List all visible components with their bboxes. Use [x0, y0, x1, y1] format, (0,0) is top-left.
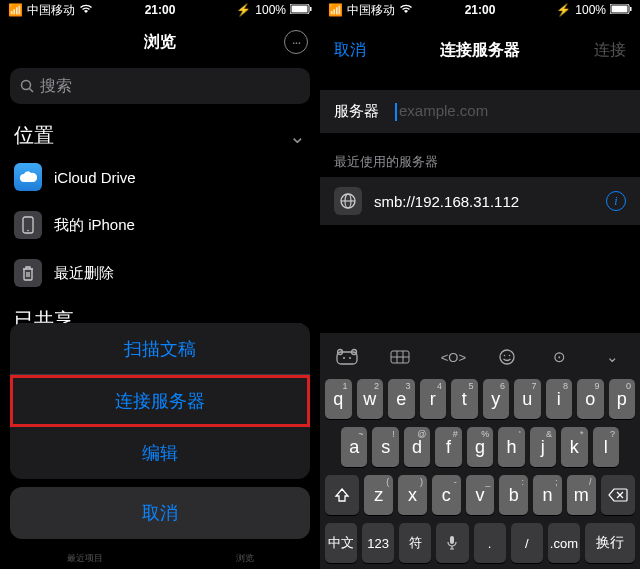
edit-button[interactable]: 编辑	[10, 427, 310, 479]
key-m[interactable]: m/	[567, 475, 596, 515]
key-t[interactable]: t5	[451, 379, 478, 419]
list-item-icloud[interactable]: iCloud Drive	[0, 153, 320, 201]
modal-title: 连接服务器	[440, 40, 520, 61]
svg-rect-27	[450, 536, 454, 544]
keyboard-toolbar: <O> ⊙ ⌄	[323, 337, 637, 379]
key-h[interactable]: h'	[498, 427, 524, 467]
modal-nav: 取消 连接服务器 连接	[320, 28, 640, 72]
chevron-down-icon: ⌄	[289, 124, 306, 148]
key-delete[interactable]	[601, 475, 635, 515]
kb-tool-code[interactable]: <O>	[435, 343, 471, 371]
signal-icon: 📶	[328, 3, 343, 17]
connect-server-button[interactable]: 连接服务器	[10, 375, 310, 427]
key-dot[interactable]: .	[474, 523, 506, 563]
list-label: 我的 iPhone	[54, 216, 135, 235]
svg-point-24	[500, 350, 514, 364]
key-p[interactable]: p0	[609, 379, 636, 419]
right-screen: 📶 中国移动 21:00 ⚡ 100% 取消 连接服务器 连接 服务器 exam…	[320, 0, 640, 569]
time: 21:00	[145, 3, 176, 17]
cancel-button[interactable]: 取消	[334, 40, 366, 61]
location-list: iCloud Drive 我的 iPhone 最近删除	[0, 153, 320, 297]
cloud-icon	[14, 163, 42, 191]
svg-point-26	[508, 355, 510, 357]
key-n[interactable]: n;	[533, 475, 562, 515]
svg-line-4	[30, 89, 34, 93]
svg-point-19	[349, 357, 351, 359]
search-input[interactable]: 搜索	[10, 68, 310, 104]
svg-rect-1	[292, 6, 308, 13]
tab-browse[interactable]: 浏览	[236, 552, 254, 565]
key-e[interactable]: e3	[388, 379, 415, 419]
battery-pct: 100%	[255, 3, 286, 17]
kb-tool-dot[interactable]: ⊙	[542, 343, 578, 371]
left-screen: 📶 中国移动 21:00 ⚡ 100% 浏览 ··· 搜索 位置 ⌄	[0, 0, 320, 569]
phone-icon	[14, 211, 42, 239]
recent-server-row[interactable]: smb://192.168.31.112 i	[320, 177, 640, 225]
wifi-icon	[79, 3, 93, 17]
signal-icon: 📶	[8, 3, 23, 17]
server-input[interactable]: 服务器 example.com	[320, 90, 640, 133]
key-lang[interactable]: 中文	[325, 523, 357, 563]
carrier: 中国移动	[27, 2, 75, 19]
server-field-label: 服务器	[334, 102, 379, 121]
key-c[interactable]: c-	[432, 475, 461, 515]
key-q[interactable]: q1	[325, 379, 352, 419]
key-w[interactable]: w2	[357, 379, 384, 419]
svg-rect-11	[630, 7, 632, 11]
key-j[interactable]: j&	[530, 427, 556, 467]
page-title: 浏览	[144, 32, 176, 53]
key-z[interactable]: z(	[364, 475, 393, 515]
key-123[interactable]: 123	[362, 523, 394, 563]
key-g[interactable]: g%	[467, 427, 493, 467]
key-slash[interactable]: /	[511, 523, 543, 563]
more-icon[interactable]: ···	[284, 30, 308, 54]
kb-tool-grid[interactable]	[382, 343, 418, 371]
tab-recent[interactable]: 最近项目	[67, 552, 103, 565]
key-y[interactable]: y6	[483, 379, 510, 419]
key-v[interactable]: v_	[466, 475, 495, 515]
trash-icon	[14, 259, 42, 287]
status-bar: 📶 中国移动 21:00 ⚡ 100%	[320, 0, 640, 20]
list-item-trash[interactable]: 最近删除	[0, 249, 320, 297]
cancel-button[interactable]: 取消	[10, 487, 310, 539]
list-item-iphone[interactable]: 我的 iPhone	[0, 201, 320, 249]
svg-point-6	[27, 230, 29, 232]
key-u[interactable]: u7	[514, 379, 541, 419]
tab-bar: 最近项目 浏览	[0, 552, 320, 565]
search-placeholder: 搜索	[40, 76, 72, 97]
key-l[interactable]: l?	[593, 427, 619, 467]
kb-tool-emoji[interactable]	[489, 343, 525, 371]
key-mic[interactable]	[436, 523, 468, 563]
kb-tool-bear[interactable]	[329, 343, 365, 371]
key-x[interactable]: x)	[398, 475, 427, 515]
kb-tool-chevron[interactable]: ⌄	[595, 343, 631, 371]
status-bar: 📶 中国移动 21:00 ⚡ 100%	[0, 0, 320, 20]
key-b[interactable]: b:	[499, 475, 528, 515]
search-icon	[20, 79, 34, 93]
list-label: 最近删除	[54, 264, 114, 283]
svg-rect-10	[612, 6, 628, 13]
key-a[interactable]: a~	[341, 427, 367, 467]
key-sym[interactable]: 符	[399, 523, 431, 563]
scan-button[interactable]: 扫描文稿	[10, 323, 310, 375]
section-location[interactable]: 位置 ⌄	[0, 112, 320, 153]
action-sheet: 扫描文稿 连接服务器 编辑 取消	[0, 315, 320, 569]
text-cursor	[395, 103, 397, 121]
key-o[interactable]: o9	[577, 379, 604, 419]
recent-header: 最近使用的服务器	[320, 133, 640, 177]
svg-rect-2	[310, 7, 312, 11]
key-d[interactable]: d@	[404, 427, 430, 467]
key-r[interactable]: r4	[420, 379, 447, 419]
info-icon[interactable]: i	[606, 191, 626, 211]
key-return[interactable]: 换行	[585, 523, 635, 563]
key-com[interactable]: .com	[548, 523, 580, 563]
wifi-icon	[399, 3, 413, 17]
key-k[interactable]: k*	[561, 427, 587, 467]
svg-point-3	[22, 81, 31, 90]
server-placeholder: example.com	[399, 102, 488, 119]
key-shift[interactable]	[325, 475, 359, 515]
connect-button[interactable]: 连接	[594, 40, 626, 61]
key-s[interactable]: s!	[372, 427, 398, 467]
key-f[interactable]: f#	[435, 427, 461, 467]
key-i[interactable]: i8	[546, 379, 573, 419]
